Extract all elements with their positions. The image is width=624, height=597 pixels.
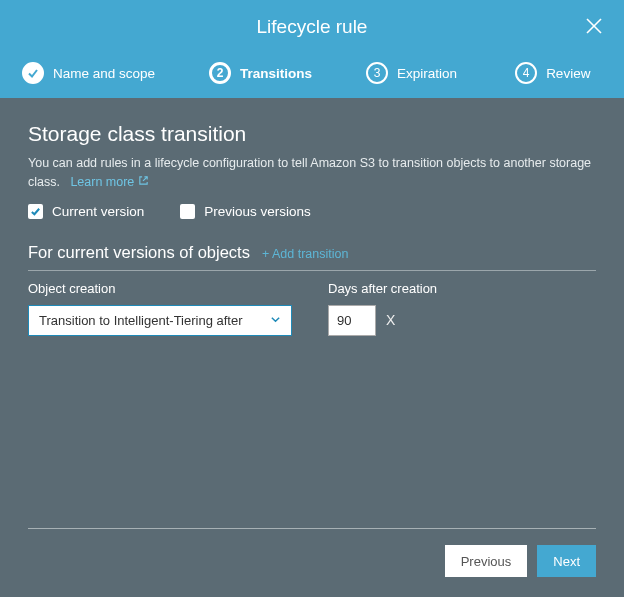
step-label: Expiration bbox=[397, 66, 457, 81]
section-description: You can add rules in a lifecycle configu… bbox=[28, 154, 596, 192]
next-button[interactable]: Next bbox=[537, 545, 596, 577]
step-transitions[interactable]: 2 Transitions bbox=[209, 62, 312, 84]
object-creation-column: Object creation Transition to Intelligen… bbox=[28, 281, 292, 336]
modal-footer: Previous Next bbox=[28, 528, 596, 597]
checkmark-icon bbox=[22, 62, 44, 84]
version-checkboxes: Current version Previous versions bbox=[28, 204, 596, 219]
learn-more-label: Learn more bbox=[70, 173, 134, 192]
subsection-header: For current versions of objects + Add tr… bbox=[28, 243, 596, 271]
close-icon bbox=[584, 22, 604, 39]
days-input-row: X bbox=[328, 305, 437, 336]
transition-row: Object creation Transition to Intelligen… bbox=[28, 281, 596, 336]
column-label: Days after creation bbox=[328, 281, 437, 296]
chevron-down-icon bbox=[270, 313, 281, 328]
add-transition-link[interactable]: + Add transition bbox=[262, 247, 349, 261]
checkbox-icon bbox=[180, 204, 195, 219]
previous-versions-checkbox[interactable]: Previous versions bbox=[180, 204, 311, 219]
svg-line-2 bbox=[143, 177, 147, 181]
step-label: Review bbox=[546, 66, 590, 81]
step-number: 3 bbox=[366, 62, 388, 84]
external-link-icon bbox=[138, 173, 149, 192]
transition-select[interactable]: Transition to Intelligent-Tiering after bbox=[28, 305, 292, 336]
previous-button[interactable]: Previous bbox=[445, 545, 528, 577]
step-name-and-scope[interactable]: Name and scope bbox=[22, 62, 155, 84]
current-version-checkbox[interactable]: Current version bbox=[28, 204, 144, 219]
days-after-column: Days after creation X bbox=[328, 281, 437, 336]
wizard-steps: Name and scope 2 Transitions 3 Expiratio… bbox=[0, 52, 624, 98]
checkbox-label: Previous versions bbox=[204, 204, 311, 219]
column-label: Object creation bbox=[28, 281, 292, 296]
checkbox-icon bbox=[28, 204, 43, 219]
step-label: Transitions bbox=[240, 66, 312, 81]
checkbox-label: Current version bbox=[52, 204, 144, 219]
step-number: 4 bbox=[515, 62, 537, 84]
modal-title: Lifecycle rule bbox=[0, 16, 624, 52]
section-title: Storage class transition bbox=[28, 122, 596, 146]
subsection-title: For current versions of objects bbox=[28, 243, 250, 262]
step-expiration[interactable]: 3 Expiration bbox=[366, 62, 457, 84]
modal-header: Lifecycle rule Name and scope 2 Transiti… bbox=[0, 0, 624, 98]
modal-body: Storage class transition You can add rul… bbox=[0, 98, 624, 597]
remove-transition-button[interactable]: X bbox=[386, 312, 395, 328]
learn-more-link[interactable]: Learn more bbox=[70, 173, 149, 192]
select-value: Transition to Intelligent-Tiering after bbox=[39, 313, 243, 328]
step-label: Name and scope bbox=[53, 66, 155, 81]
close-button[interactable] bbox=[584, 16, 604, 40]
step-review[interactable]: 4 Review bbox=[515, 62, 590, 84]
days-input[interactable] bbox=[328, 305, 376, 336]
lifecycle-rule-modal: Lifecycle rule Name and scope 2 Transiti… bbox=[0, 0, 624, 597]
step-number: 2 bbox=[209, 62, 231, 84]
